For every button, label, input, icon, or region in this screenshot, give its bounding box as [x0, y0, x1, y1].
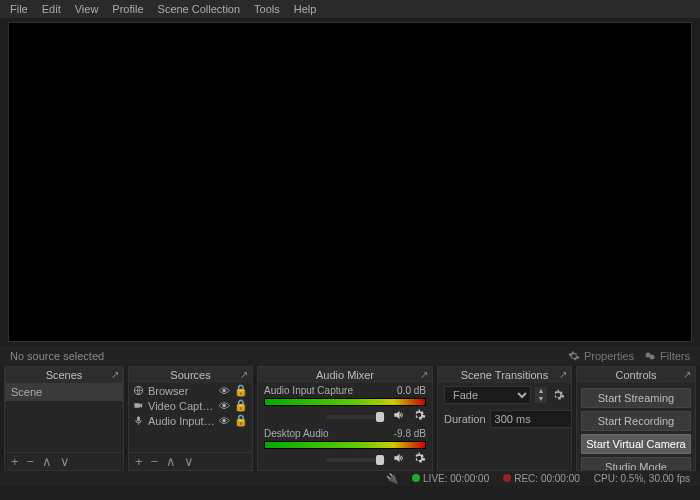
menu-scene-collection[interactable]: Scene Collection: [158, 3, 241, 15]
status-live: LIVE: 00:00:00: [423, 473, 489, 484]
menu-edit[interactable]: Edit: [42, 3, 61, 15]
status-cpu: CPU: 0.5%, 30.00 fps: [594, 473, 690, 484]
track-name: Audio Input Capture: [264, 385, 353, 396]
track-db: -9.8 dB: [394, 428, 426, 439]
svg-rect-3: [134, 403, 140, 408]
source-row-audio-input[interactable]: Audio Input Capt… 👁 🔒: [129, 413, 252, 428]
visibility-toggle[interactable]: 👁: [219, 400, 230, 412]
scenes-remove-button[interactable]: −: [27, 455, 35, 468]
controls-popout-icon[interactable]: ↗: [683, 369, 691, 380]
scenes-footer: + − ∧ ∨: [5, 452, 123, 470]
sources-down-button[interactable]: ∨: [184, 455, 194, 468]
visibility-toggle[interactable]: 👁: [219, 415, 230, 427]
lock-toggle[interactable]: 🔒: [234, 384, 248, 397]
mixer-track-mic-aux: Mic/Aux -2.0 dB: [258, 469, 432, 470]
gear-icon: [568, 350, 580, 362]
filters-label: Filters: [660, 350, 690, 362]
menu-file[interactable]: File: [10, 3, 28, 15]
duration-input[interactable]: [490, 410, 571, 428]
scenes-panel: Scenes ↗ Scene + − ∧ ∨: [4, 366, 124, 471]
track-db: 0.0 dB: [397, 385, 426, 396]
mixer-track-desktop-audio: Desktop Audio -9.8 dB: [258, 426, 432, 469]
menu-bar: File Edit View Profile Scene Collection …: [0, 0, 700, 18]
status-connection-icon: 🔌: [386, 473, 398, 484]
transitions-popout-icon[interactable]: ↗: [559, 369, 567, 380]
svg-point-1: [650, 355, 655, 360]
preview-canvas[interactable]: [8, 22, 692, 342]
audio-mixer-panel: Audio Mixer ↗ Audio Input Capture 0.0 dB: [257, 366, 433, 471]
source-label: Audio Input Capt…: [148, 415, 215, 427]
sources-footer: + − ∧ ∨: [129, 452, 252, 470]
menu-view[interactable]: View: [75, 3, 99, 15]
source-row-browser[interactable]: Browser 👁 🔒: [129, 383, 252, 398]
track-settings-icon[interactable]: [412, 451, 426, 465]
volume-slider[interactable]: [326, 415, 386, 419]
transition-select[interactable]: Fade: [444, 386, 531, 404]
sources-remove-button[interactable]: −: [151, 455, 159, 468]
properties-button[interactable]: Properties: [568, 350, 634, 362]
control-start-streaming[interactable]: Start Streaming: [581, 388, 691, 408]
vu-meter: [264, 441, 426, 449]
status-rec: REC: 00:00:00: [514, 473, 580, 484]
visibility-toggle[interactable]: 👁: [219, 385, 230, 397]
mixer-track-audio-input: Audio Input Capture 0.0 dB: [258, 383, 432, 426]
svg-rect-4: [137, 416, 140, 421]
sources-popout-icon[interactable]: ↗: [240, 369, 248, 380]
menu-help[interactable]: Help: [294, 3, 317, 15]
track-name: Desktop Audio: [264, 428, 329, 439]
globe-icon: [133, 385, 144, 396]
transition-settings-icon[interactable]: [551, 388, 565, 402]
lock-toggle[interactable]: 🔒: [234, 414, 248, 427]
source-row-video-capture[interactable]: Video Capture Dev… 👁 🔒: [129, 398, 252, 413]
sources-title: Sources: [170, 369, 210, 381]
source-toolbar: No source selected Properties Filters: [0, 346, 700, 366]
control-start-recording[interactable]: Start Recording: [581, 411, 691, 431]
transitions-panel: Scene Transitions ↗ Fade ▲▼ Duration ▲▼: [437, 366, 572, 471]
menu-tools[interactable]: Tools: [254, 3, 280, 15]
transition-spinner[interactable]: ▲▼: [535, 387, 547, 403]
sources-up-button[interactable]: ∧: [166, 455, 176, 468]
speaker-icon[interactable]: [392, 451, 406, 465]
track-settings-icon[interactable]: [412, 408, 426, 422]
control-start-virtual-camera[interactable]: Start Virtual Camera: [581, 434, 691, 454]
filters-icon: [644, 350, 656, 362]
scenes-down-button[interactable]: ∨: [60, 455, 70, 468]
sources-panel: Sources ↗ Browser 👁 🔒 Video Capture Dev……: [128, 366, 253, 471]
properties-label: Properties: [584, 350, 634, 362]
scene-item[interactable]: Scene: [5, 383, 123, 401]
lock-toggle[interactable]: 🔒: [234, 399, 248, 412]
source-label: Video Capture Dev…: [148, 400, 215, 412]
source-label: Browser: [148, 385, 215, 397]
scenes-popout-icon[interactable]: ↗: [111, 369, 119, 380]
vu-meter: [264, 398, 426, 406]
control-studio-mode[interactable]: Studio Mode: [581, 457, 691, 470]
docks-row: Scenes ↗ Scene + − ∧ ∨ Sources ↗ Browser…: [0, 366, 700, 471]
status-bar: 🔌 LIVE: 00:00:00 REC: 00:00:00 CPU: 0.5%…: [0, 471, 700, 486]
live-dot-icon: [412, 474, 420, 482]
rec-dot-icon: [503, 474, 511, 482]
transitions-title: Scene Transitions: [461, 369, 548, 381]
sources-add-button[interactable]: +: [135, 455, 143, 468]
scenes-up-button[interactable]: ∧: [42, 455, 52, 468]
camera-icon: [133, 400, 144, 411]
mixer-title: Audio Mixer: [316, 369, 374, 381]
mic-icon: [133, 415, 144, 426]
controls-panel: Controls ↗ Start StreamingStart Recordin…: [576, 366, 696, 471]
controls-title: Controls: [616, 369, 657, 381]
duration-label: Duration: [444, 413, 486, 425]
filters-button[interactable]: Filters: [644, 350, 690, 362]
scenes-title: Scenes: [46, 369, 83, 381]
volume-slider[interactable]: [326, 458, 386, 462]
no-source-label: No source selected: [10, 350, 104, 362]
speaker-icon[interactable]: [392, 408, 406, 422]
menu-profile[interactable]: Profile: [112, 3, 143, 15]
mixer-popout-icon[interactable]: ↗: [420, 369, 428, 380]
scenes-add-button[interactable]: +: [11, 455, 19, 468]
